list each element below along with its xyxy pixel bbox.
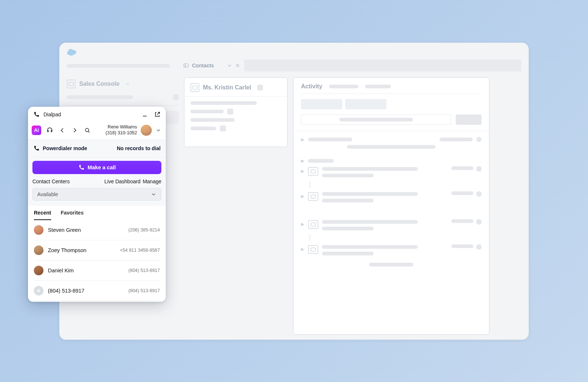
avatar <box>34 245 43 255</box>
tab-label: Contacts <box>192 63 214 68</box>
contact-phone: (206) 385-9214 <box>129 227 160 233</box>
contact-name: Zoey Thompson <box>48 247 87 253</box>
list-item[interactable]: Steven Green (206) 385-9214 <box>34 220 160 240</box>
user-name: Rene Williams <box>106 124 137 130</box>
user-phone: (318) 310-1052 <box>106 130 137 136</box>
app-switcher[interactable]: Sales Console <box>67 77 179 91</box>
nav-forward-icon[interactable] <box>71 126 79 134</box>
chevron-down-icon <box>155 127 161 133</box>
svg-rect-7 <box>311 248 315 251</box>
contact-centers-label[interactable]: Contact Centers <box>32 178 70 184</box>
caret-down-icon[interactable] <box>125 81 130 87</box>
chevron-down-icon <box>151 191 157 197</box>
svg-point-1 <box>185 65 186 66</box>
list-item[interactable]: #(234) 567-9048 (234) 567-9048 <box>34 301 160 302</box>
make-call-label: Make a call <box>88 165 116 170</box>
make-call-button[interactable]: Make a call <box>32 161 161 174</box>
dialpad-title: Dialpad <box>43 112 61 117</box>
tab-contacts[interactable]: Contacts <box>179 60 244 71</box>
minimize-icon[interactable] <box>141 111 148 118</box>
phone-icon <box>33 111 40 118</box>
search-icon[interactable] <box>83 126 91 134</box>
recent-list: Steven Green (206) 385-9214 Zoey Thompso… <box>28 220 166 302</box>
activity-input[interactable] <box>301 114 451 125</box>
svg-rect-0 <box>184 64 188 67</box>
powerdialer-label: Powerdialer mode <box>43 145 87 151</box>
contact-name: Ms. Kristin Carlel <box>203 84 251 91</box>
chevron-down-icon[interactable] <box>227 63 232 68</box>
activity-subtab[interactable] <box>345 99 386 109</box>
activity-subtab[interactable] <box>301 99 342 109</box>
activity-section-toggle[interactable]: ▶ <box>301 158 482 163</box>
contact-phone: (804) 513-8917 <box>129 288 160 293</box>
phone-icon <box>78 164 85 171</box>
dialpad-toolbar: Ai Rene Williams (318) 310-1052 <box>28 122 166 139</box>
activity-title: Activity <box>301 83 322 90</box>
status-value: Available <box>37 191 58 197</box>
sidebar-skeleton <box>173 94 179 100</box>
svg-point-8 <box>85 128 89 131</box>
svg-rect-4 <box>311 170 315 173</box>
powerdialer-status: No records to dial <box>117 145 161 151</box>
dialpad-tabs: Recent Favorites <box>28 205 166 220</box>
timeline-item[interactable]: ▶ <box>301 166 482 177</box>
contact-name: (804) 513-8917 <box>48 288 84 294</box>
timeline-item[interactable]: ▶ <box>301 244 482 255</box>
contact-phone: +54 911 3456-8567 <box>120 248 160 253</box>
app-name: Sales Console <box>79 81 119 87</box>
svg-rect-2 <box>69 82 73 85</box>
header-skeleton <box>67 64 170 68</box>
contact-detail-card: Ms. Kristin Carlel <box>184 77 288 147</box>
timeline-item[interactable]: ▶ <box>301 219 482 230</box>
activity-submit-button[interactable] <box>456 114 482 125</box>
popout-icon[interactable] <box>154 111 161 118</box>
svg-rect-3 <box>193 86 197 89</box>
nav-back-icon[interactable] <box>58 126 66 134</box>
activity-section-toggle[interactable]: ▶ <box>301 137 482 142</box>
list-item[interactable]: Daniel Kim (804) 513-8917 <box>34 261 160 281</box>
user-menu[interactable]: Rene Williams (318) 310-1052 <box>106 124 161 136</box>
close-icon[interactable] <box>235 63 241 68</box>
phone-icon <box>33 145 40 152</box>
live-dashboard-link[interactable]: Live Dashboard <box>104 178 140 184</box>
contact-phone: (804) 513-8917 <box>129 268 160 273</box>
salesforce-logo <box>65 47 77 56</box>
dialpad-header: Dialpad <box>28 107 166 122</box>
avatar <box>141 125 152 136</box>
status-select[interactable]: Available <box>32 188 161 201</box>
contact-icon <box>183 63 189 68</box>
dialpad-logo[interactable]: Ai <box>32 125 41 135</box>
contact-name: Steven Green <box>48 227 81 233</box>
svg-rect-5 <box>311 195 315 198</box>
list-item[interactable]: Zoey Thompson +54 911 3456-8567 <box>34 240 160 261</box>
contact-icon <box>190 83 199 92</box>
tab-bar: Contacts <box>179 60 521 71</box>
tab-recent[interactable]: Recent <box>34 210 51 220</box>
sidebar-skeleton <box>67 95 133 99</box>
hash-icon: # <box>34 286 43 296</box>
manage-link[interactable]: Manage <box>143 178 161 184</box>
timeline-item[interactable]: ▶ <box>301 191 482 202</box>
call-section: Make a call Contact Centers Live Dashboa… <box>28 157 166 205</box>
app-icon <box>67 79 76 88</box>
svg-rect-6 <box>311 223 315 226</box>
powerdialer-row: Powerdialer mode No records to dial <box>28 139 166 157</box>
list-item[interactable]: #(804) 513-8917 (804) 513-8917 <box>34 281 160 301</box>
avatar <box>34 266 43 275</box>
contact-name: Daniel Kim <box>48 268 74 273</box>
activity-timeline: ▶ ▶ ▶ <box>301 166 482 255</box>
tab-favorites[interactable]: Favorites <box>61 210 84 220</box>
avatar <box>34 225 43 235</box>
activity-panel: Activity ▶ ▶ ▶ <box>293 77 490 335</box>
headset-icon[interactable] <box>46 126 54 134</box>
dialpad-widget: Dialpad Ai Rene Williams (31 <box>28 107 166 302</box>
